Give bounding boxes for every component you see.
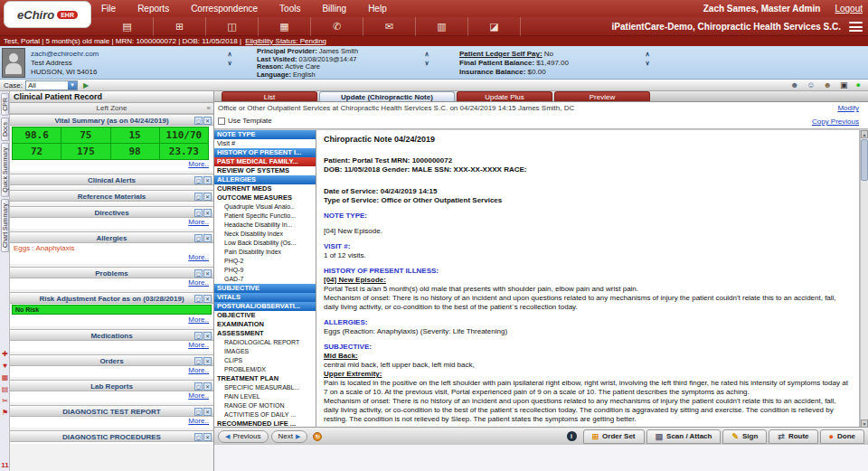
scroll-up-icon[interactable]: ▲ (861, 130, 868, 138)
menu-tools[interactable]: Tools (279, 4, 300, 14)
more-link[interactable]: More.. (10, 417, 213, 426)
note-nav-item[interactable]: TREATMENT PLAN (214, 374, 316, 383)
logout-link[interactable]: Logout (835, 4, 863, 14)
section-restore-icon[interactable]: ◻ (194, 382, 203, 391)
use-template-checkbox[interactable] (218, 118, 225, 125)
tab-update-plus[interactable]: Update Plus (457, 91, 552, 101)
tab-list[interactable]: List (222, 91, 317, 101)
more-link[interactable]: More.. (10, 316, 213, 325)
section-close-icon[interactable]: ✕ (203, 269, 212, 278)
more-link[interactable]: More.. (10, 391, 213, 400)
note-nav-item[interactable]: EXAMINATION (214, 320, 316, 329)
order-set-button[interactable]: ⊞ Order Set (583, 429, 645, 444)
next-button[interactable]: Next ▶ (271, 430, 308, 443)
favorites-icon[interactable]: ♥ (3, 362, 7, 370)
menu-icon[interactable] (849, 22, 863, 32)
section-header[interactable]: Problems ◻ ✕ (10, 267, 213, 278)
sidebar-tab-chart-summary[interactable]: Chart Summary (1, 199, 9, 252)
fax-icon[interactable]: ✆ (311, 17, 363, 36)
note-nav-item[interactable]: PAST MEDICAL FAMILY... (214, 157, 316, 166)
note-nav-item[interactable]: POSTURAL/OBSERVATI... (214, 302, 316, 311)
note-nav-item[interactable]: HISTORY OF PRESENT I... (214, 148, 316, 157)
more-link[interactable]: More.. (10, 253, 213, 262)
apps-grid-icon[interactable]: ⊞ (154, 17, 206, 36)
done-button[interactable]: ● Done (820, 429, 864, 444)
note-nav-item[interactable]: GAD-7 (214, 275, 316, 284)
more-link[interactable]: More.. (10, 341, 213, 350)
case-dropdown[interactable]: All ▼ (25, 80, 78, 90)
section-close-icon[interactable]: ✕ (203, 295, 212, 303)
section-restore-icon[interactable]: ◻ (194, 234, 203, 242)
note-nav-item[interactable]: OUTCOME MEASURES (214, 193, 316, 203)
section-restore-icon[interactable]: ◻ (194, 332, 203, 340)
patient-photo[interactable] (2, 48, 25, 78)
note-nav-item[interactable]: PROBLEM/DX (214, 365, 316, 374)
section-header[interactable]: DIAGNOSTIC PROCEDURES ◻ ✕ (10, 430, 213, 442)
alerts-icon[interactable]: ✚ (2, 350, 8, 358)
note-content[interactable]: Chiropractic Note 04/24/2019Patient: Por… (316, 130, 860, 428)
section-close-icon[interactable]: ✕ (203, 117, 212, 125)
collapse-toggle-visit[interactable]: ∧∨ (422, 51, 431, 67)
vital-summary-header[interactable]: Vital Summary (as on 04/24/2019) ◻ ✕ (10, 114, 213, 126)
section-close-icon[interactable]: ✕ (203, 382, 212, 391)
note-nav-item[interactable]: Headache Disability In... (214, 221, 316, 230)
note-nav-item[interactable]: VITALS (214, 293, 316, 302)
note-nav-item[interactable]: PAIN LEVEL (214, 392, 316, 401)
sidebar-tab-quick-summary[interactable]: Quick Summary (1, 143, 9, 197)
collapse-toggle-contact[interactable]: ∧∨ (225, 51, 234, 67)
note-nav-item[interactable]: PHQ-9 (214, 266, 316, 275)
section-header[interactable]: Clinical Alerts ◻ ✕ (10, 174, 213, 185)
section-restore-icon[interactable]: ◻ (194, 357, 203, 365)
note-nav-item[interactable]: REVIEW OF SYSTEMS (214, 166, 316, 175)
note-scrollbar[interactable]: ▲ ▼ (860, 130, 868, 428)
refresh-icon[interactable]: ↻ (313, 432, 322, 441)
mail-icon[interactable]: ✉ (363, 17, 416, 36)
note-nav-item[interactable]: ASSESSMENT (214, 329, 316, 338)
note-nav-item[interactable]: ACTIVITIES OF DAILY ... (214, 410, 316, 419)
document-icon[interactable]: ▤ (2, 385, 9, 393)
section-header[interactable]: Risk Adjustment Factor as on (03/28/2019… (10, 292, 213, 304)
billing-card-icon[interactable]: ◫ (206, 17, 259, 36)
provider-icon[interactable]: ☻ (824, 80, 832, 90)
note-nav-item[interactable]: Quadruple Visual Analo.. (214, 203, 316, 212)
section-close-icon[interactable]: ✕ (203, 176, 212, 184)
note-nav-item[interactable]: Pain Disability Index (214, 248, 316, 257)
section-restore-icon[interactable]: ◻ (194, 193, 203, 201)
section-header[interactable]: Medications ◻ ✕ (10, 329, 213, 341)
section-header[interactable]: Orders ◻ ✕ (10, 354, 213, 366)
scrollbar-thumb[interactable] (861, 139, 868, 181)
note-nav-item[interactable]: CURRENT MEDS (214, 184, 316, 193)
section-close-icon[interactable]: ✕ (203, 193, 212, 201)
tab-update-chiropractic-note[interactable]: Update (Chiropractic Note) (319, 91, 455, 101)
section-header[interactable]: Lab Reports ◻ ✕ (10, 380, 213, 391)
online-status-icon[interactable]: ● (856, 80, 861, 90)
section-close-icon[interactable]: ✕ (203, 332, 212, 340)
note-nav-item[interactable]: PHQ-2 (214, 257, 316, 266)
note-nav-item[interactable]: Neck Disability Index (214, 230, 316, 239)
menu-help[interactable]: Help (368, 4, 387, 14)
section-restore-icon[interactable]: ◻ (194, 117, 203, 125)
section-header[interactable]: Reference Materials ◻ ✕ (10, 190, 213, 202)
section-close-icon[interactable]: ✕ (203, 357, 212, 365)
menu-billing[interactable]: Billing (322, 4, 346, 14)
note-nav-item[interactable]: RADIOLOGICAL REPORT (214, 338, 316, 347)
note-nav-item[interactable]: SPECIFIC MEASURABL... (214, 383, 316, 392)
calendar-icon[interactable]: ▦ (259, 17, 311, 36)
sidebar-tab-cpr[interactable]: CPR (1, 93, 9, 116)
section-restore-icon[interactable]: ◻ (194, 269, 203, 278)
section-close-icon[interactable]: ✕ (203, 234, 212, 242)
section-close-icon[interactable]: ✕ (203, 408, 212, 416)
collapse-toggle-billing[interactable]: ∧∨ (643, 51, 652, 67)
note-nav-item[interactable]: OBJECTIVE (214, 311, 316, 320)
tab-preview[interactable]: Preview (554, 91, 650, 101)
route-button[interactable]: ⇄ Route (769, 429, 817, 444)
menu-reports[interactable]: Reports (137, 4, 169, 14)
section-restore-icon[interactable]: ◻ (194, 433, 203, 441)
note-nav-item[interactable]: RANGE OF MOTION (214, 401, 316, 410)
previous-button[interactable]: ◀ Previous (218, 430, 269, 443)
patient-groups-icon[interactable]: ☻ (790, 80, 798, 90)
calendar-icon[interactable]: ▦ (2, 373, 9, 382)
camera-icon[interactable]: ▣ (840, 80, 848, 90)
section-restore-icon[interactable]: ◻ (194, 209, 203, 217)
modify-link[interactable]: Modify (837, 104, 859, 112)
